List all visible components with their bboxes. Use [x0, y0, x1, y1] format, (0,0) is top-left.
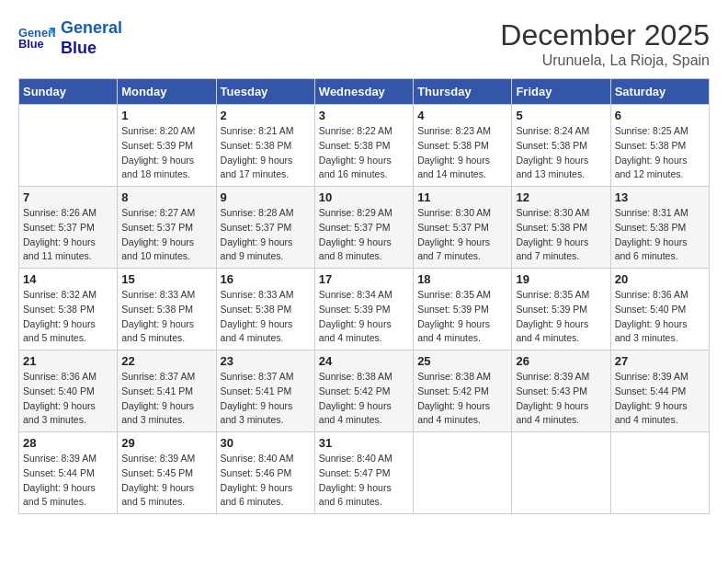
day-number: 12	[516, 190, 606, 204]
day-number: 9	[221, 190, 311, 204]
calendar-cell: 23 Sunrise: 8:37 AM Sunset: 5:41 PM Dayl…	[216, 350, 314, 432]
cell-info: Sunrise: 8:32 AM Sunset: 5:38 PM Dayligh…	[23, 288, 113, 346]
calendar-cell: 18 Sunrise: 8:35 AM Sunset: 5:39 PM Dayl…	[414, 269, 512, 350]
calendar-cell: 5 Sunrise: 8:24 AM Sunset: 5:38 PM Dayli…	[512, 105, 610, 187]
calendar-week-4: 21 Sunrise: 8:36 AM Sunset: 5:40 PM Dayl…	[19, 350, 710, 432]
day-header-sunday: Sunday	[19, 79, 118, 105]
calendar-cell: 24 Sunrise: 8:38 AM Sunset: 5:42 PM Dayl…	[314, 350, 413, 432]
calendar-cell: 17 Sunrise: 8:34 AM Sunset: 5:39 PM Dayl…	[314, 269, 413, 350]
day-number: 7	[23, 190, 113, 204]
cell-info: Sunrise: 8:27 AM Sunset: 5:37 PM Dayligh…	[121, 206, 211, 264]
cell-info: Sunrise: 8:39 AM Sunset: 5:44 PM Dayligh…	[615, 370, 705, 428]
cell-info: Sunrise: 8:35 AM Sunset: 5:39 PM Dayligh…	[417, 288, 507, 346]
calendar-cell: 10 Sunrise: 8:29 AM Sunset: 5:37 PM Dayl…	[314, 187, 413, 269]
cell-info: Sunrise: 8:28 AM Sunset: 5:37 PM Dayligh…	[221, 206, 311, 264]
calendar-week-2: 7 Sunrise: 8:26 AM Sunset: 5:37 PM Dayli…	[19, 187, 710, 269]
day-number: 1	[121, 109, 211, 122]
day-number: 20	[615, 272, 705, 286]
day-number: 25	[417, 354, 507, 368]
page-header: General Blue General Blue December 2025 …	[18, 18, 710, 69]
calendar-cell: 29 Sunrise: 8:39 AM Sunset: 5:45 PM Dayl…	[118, 432, 216, 514]
cell-info: Sunrise: 8:35 AM Sunset: 5:39 PM Dayligh…	[516, 288, 606, 346]
day-number: 4	[417, 109, 507, 122]
day-number: 13	[615, 190, 705, 204]
calendar-cell: 26 Sunrise: 8:39 AM Sunset: 5:43 PM Dayl…	[512, 350, 610, 432]
day-number: 31	[319, 436, 409, 450]
logo: General Blue General Blue	[18, 18, 122, 58]
calendar-cell: 8 Sunrise: 8:27 AM Sunset: 5:37 PM Dayli…	[118, 187, 216, 269]
calendar-table: SundayMondayTuesdayWednesdayThursdayFrid…	[18, 78, 710, 514]
calendar-cell: 6 Sunrise: 8:25 AM Sunset: 5:38 PM Dayli…	[610, 105, 709, 187]
calendar-cell: 7 Sunrise: 8:26 AM Sunset: 5:37 PM Dayli…	[19, 187, 118, 269]
cell-info: Sunrise: 8:39 AM Sunset: 5:43 PM Dayligh…	[516, 370, 606, 428]
day-number: 19	[516, 272, 606, 286]
calendar-cell: 21 Sunrise: 8:36 AM Sunset: 5:40 PM Dayl…	[19, 350, 118, 432]
calendar-cell: 11 Sunrise: 8:30 AM Sunset: 5:37 PM Dayl…	[414, 187, 512, 269]
cell-info: Sunrise: 8:20 AM Sunset: 5:39 PM Dayligh…	[121, 124, 211, 182]
cell-info: Sunrise: 8:39 AM Sunset: 5:45 PM Dayligh…	[121, 452, 211, 510]
day-number: 22	[121, 354, 211, 368]
day-number: 8	[121, 190, 211, 204]
day-number: 10	[319, 190, 409, 204]
calendar-cell: 31 Sunrise: 8:40 AM Sunset: 5:47 PM Dayl…	[314, 432, 413, 514]
cell-info: Sunrise: 8:21 AM Sunset: 5:38 PM Dayligh…	[221, 124, 311, 182]
cell-info: Sunrise: 8:40 AM Sunset: 5:46 PM Dayligh…	[221, 452, 311, 510]
day-header-saturday: Saturday	[610, 79, 709, 105]
svg-text:Blue: Blue	[18, 37, 44, 51]
calendar-cell: 12 Sunrise: 8:30 AM Sunset: 5:38 PM Dayl…	[512, 187, 610, 269]
cell-info: Sunrise: 8:30 AM Sunset: 5:38 PM Dayligh…	[516, 206, 606, 264]
cell-info: Sunrise: 8:33 AM Sunset: 5:38 PM Dayligh…	[121, 288, 211, 346]
day-number: 26	[516, 354, 606, 368]
calendar-body: 1 Sunrise: 8:20 AM Sunset: 5:39 PM Dayli…	[19, 105, 710, 514]
cell-info: Sunrise: 8:26 AM Sunset: 5:37 PM Dayligh…	[23, 206, 113, 264]
day-header-friday: Friday	[512, 79, 610, 105]
calendar-cell	[19, 105, 118, 187]
cell-info: Sunrise: 8:24 AM Sunset: 5:38 PM Dayligh…	[516, 124, 606, 182]
month-title: December 2025	[500, 18, 710, 52]
day-number: 3	[319, 109, 409, 122]
calendar-cell	[610, 432, 709, 514]
cell-info: Sunrise: 8:23 AM Sunset: 5:38 PM Dayligh…	[417, 124, 507, 182]
calendar-cell: 19 Sunrise: 8:35 AM Sunset: 5:39 PM Dayl…	[512, 269, 610, 350]
cell-info: Sunrise: 8:25 AM Sunset: 5:38 PM Dayligh…	[615, 124, 705, 182]
day-number: 24	[319, 354, 409, 368]
calendar-cell: 13 Sunrise: 8:31 AM Sunset: 5:38 PM Dayl…	[610, 187, 709, 269]
cell-info: Sunrise: 8:36 AM Sunset: 5:40 PM Dayligh…	[23, 370, 113, 428]
day-header-tuesday: Tuesday	[216, 79, 314, 105]
day-number: 6	[615, 109, 705, 122]
calendar-cell: 9 Sunrise: 8:28 AM Sunset: 5:37 PM Dayli…	[216, 187, 314, 269]
calendar-cell: 22 Sunrise: 8:37 AM Sunset: 5:41 PM Dayl…	[118, 350, 216, 432]
cell-info: Sunrise: 8:37 AM Sunset: 5:41 PM Dayligh…	[121, 370, 211, 428]
day-number: 11	[417, 190, 507, 204]
logo-icon: General Blue	[18, 20, 55, 57]
calendar-cell	[414, 432, 512, 514]
logo-general: General	[61, 18, 122, 39]
cell-info: Sunrise: 8:34 AM Sunset: 5:39 PM Dayligh…	[319, 288, 409, 346]
cell-info: Sunrise: 8:37 AM Sunset: 5:41 PM Dayligh…	[221, 370, 311, 428]
day-number: 2	[221, 109, 311, 122]
calendar-cell: 3 Sunrise: 8:22 AM Sunset: 5:38 PM Dayli…	[314, 105, 413, 187]
location: Urunuela, La Rioja, Spain	[500, 52, 710, 69]
calendar-cell: 14 Sunrise: 8:32 AM Sunset: 5:38 PM Dayl…	[19, 269, 118, 350]
cell-info: Sunrise: 8:33 AM Sunset: 5:38 PM Dayligh…	[221, 288, 311, 346]
day-number: 28	[23, 436, 113, 450]
calendar-cell: 1 Sunrise: 8:20 AM Sunset: 5:39 PM Dayli…	[118, 105, 216, 187]
cell-info: Sunrise: 8:22 AM Sunset: 5:38 PM Dayligh…	[319, 124, 409, 182]
cell-info: Sunrise: 8:30 AM Sunset: 5:37 PM Dayligh…	[417, 206, 507, 264]
calendar-week-1: 1 Sunrise: 8:20 AM Sunset: 5:39 PM Dayli…	[19, 105, 710, 187]
calendar-cell	[512, 432, 610, 514]
calendar-cell: 4 Sunrise: 8:23 AM Sunset: 5:38 PM Dayli…	[414, 105, 512, 187]
calendar-cell: 30 Sunrise: 8:40 AM Sunset: 5:46 PM Dayl…	[216, 432, 314, 514]
day-header-thursday: Thursday	[414, 79, 512, 105]
calendar-week-3: 14 Sunrise: 8:32 AM Sunset: 5:38 PM Dayl…	[19, 269, 710, 350]
logo-blue: Blue	[61, 39, 122, 59]
day-number: 14	[23, 272, 113, 286]
calendar-cell: 15 Sunrise: 8:33 AM Sunset: 5:38 PM Dayl…	[118, 269, 216, 350]
day-number: 30	[221, 436, 311, 450]
calendar-header-row: SundayMondayTuesdayWednesdayThursdayFrid…	[19, 79, 710, 105]
day-header-wednesday: Wednesday	[314, 79, 413, 105]
cell-info: Sunrise: 8:39 AM Sunset: 5:44 PM Dayligh…	[23, 452, 113, 510]
cell-info: Sunrise: 8:29 AM Sunset: 5:37 PM Dayligh…	[319, 206, 409, 264]
calendar-cell: 16 Sunrise: 8:33 AM Sunset: 5:38 PM Dayl…	[216, 269, 314, 350]
calendar-cell: 27 Sunrise: 8:39 AM Sunset: 5:44 PM Dayl…	[610, 350, 709, 432]
